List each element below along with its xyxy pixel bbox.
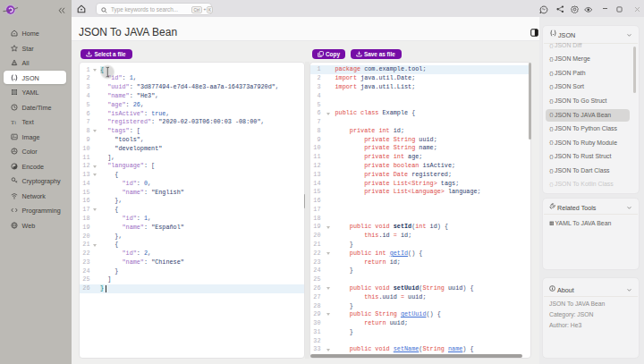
svg-text:t: t xyxy=(14,120,16,125)
